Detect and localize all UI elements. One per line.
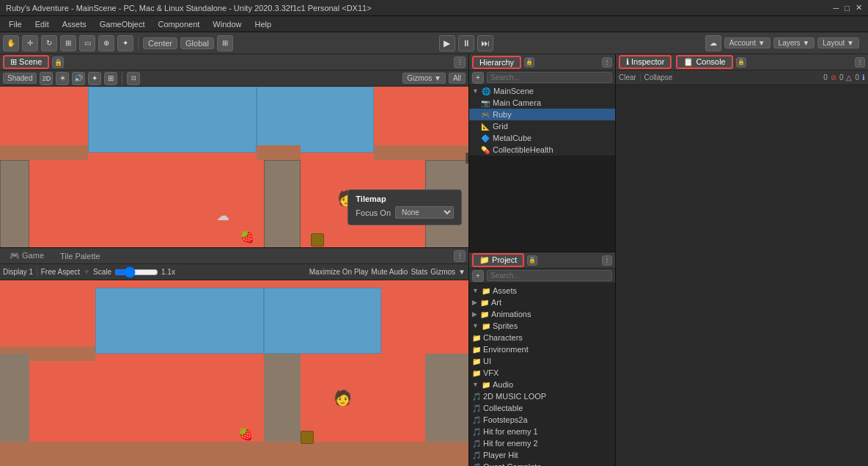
strawberry-sprite: 🍓 (240, 230, 254, 244)
snap-btn[interactable]: ⊡ (127, 72, 140, 85)
global-toggle[interactable]: Global (180, 37, 214, 49)
scene-toolbar: Shaded 2D ☀ 🔊 ✦ ⊞ ⊡ Gizmos ▼ All (0, 70, 468, 87)
scene-icon-h: 🌐 (482, 87, 490, 95)
gizmos-arrow[interactable]: ▼ (458, 268, 466, 276)
collapse-btn[interactable]: Collapse (644, 73, 673, 81)
hierarchy-lock[interactable]: 🔒 (524, 57, 534, 68)
add-btn[interactable]: + (472, 72, 484, 84)
scene-more[interactable]: ⋮ (454, 57, 466, 68)
folder-art[interactable]: ▶ 📁 Art (469, 296, 615, 308)
folder-vfx[interactable]: 📁 VFX (469, 367, 615, 379)
hierarchy-grid[interactable]: 📐 Grid (469, 120, 615, 132)
tab-game[interactable]: 🎮 Game (3, 250, 51, 262)
tab-tile-palette[interactable]: Tile Palette (54, 250, 107, 262)
maximize-btn[interactable]: □ (845, 4, 850, 12)
folder-environment[interactable]: 📁 Environment (469, 343, 615, 355)
clear-btn[interactable]: Clear (619, 73, 636, 81)
stone-2 (264, 160, 301, 247)
tab-project[interactable]: 📁 Project (472, 253, 524, 267)
tab-inspector[interactable]: ℹ Inspector (619, 55, 672, 69)
tab-scene[interactable]: ⊞ Scene (3, 55, 49, 69)
scale-slider[interactable] (114, 269, 158, 276)
tool-transform[interactable]: ⊕ (98, 35, 114, 51)
focus-on-select[interactable]: None (395, 206, 454, 219)
tool-scale[interactable]: ⊞ (60, 35, 76, 51)
layout-btn[interactable]: Layout ▼ (817, 37, 859, 48)
create-btn[interactable]: + (472, 270, 484, 282)
audio-footsteps[interactable]: 🎵 Footsteps2a (469, 414, 615, 426)
game-water-2 (264, 288, 381, 354)
hierarchy-ruby[interactable]: 🎮 Ruby (469, 109, 615, 120)
play-button[interactable]: ▶ (439, 35, 455, 51)
cloud-btn[interactable]: ☁ (705, 35, 721, 51)
assets-root[interactable]: ▼ 📁 Assets (469, 285, 615, 296)
hierarchy-search[interactable] (487, 72, 612, 83)
game-more[interactable]: ⋮ (454, 250, 466, 262)
close-btn[interactable]: ✕ (856, 3, 862, 12)
scene-canvas[interactable]: 🧑 🍓 ☁ OD Main Camera Ruby Tilemap Focus … (0, 87, 468, 247)
menu-file[interactable]: File (3, 18, 28, 30)
game-canvas[interactable]: 🧑 🍓 (0, 280, 468, 466)
audio-player-hit[interactable]: 🎵 Player Hit (469, 449, 615, 461)
grid-vis-btn[interactable]: ⊞ (104, 72, 117, 85)
lights-btn[interactable]: ☀ (56, 72, 69, 85)
tool-rotate[interactable]: ↻ (41, 35, 57, 51)
account-btn[interactable]: Account ▼ (724, 37, 770, 48)
stats-btn[interactable]: Stats (411, 268, 427, 276)
aspect-label[interactable]: Free Aspect (41, 268, 80, 276)
water-tile-1 (88, 87, 257, 153)
folder-ui[interactable]: 📁 UI (469, 355, 615, 367)
inspector-more[interactable]: ⋮ (855, 57, 865, 68)
project-search[interactable] (487, 270, 612, 281)
audio-collectable[interactable]: 🎵 Collectable (469, 402, 615, 414)
inspector-lock[interactable]: 🔒 (736, 57, 746, 68)
tab-console[interactable]: 📋 Console (676, 55, 732, 69)
minimize-btn[interactable]: ─ (834, 4, 839, 12)
menu-window[interactable]: Window (207, 18, 247, 30)
menu-edit[interactable]: Edit (29, 18, 55, 30)
layers-btn[interactable]: Layers ▼ (773, 37, 815, 48)
menu-gameobject[interactable]: GameObject (94, 18, 151, 30)
gizmos-btn[interactable]: Gizmos ▼ (402, 73, 446, 84)
folder-characters[interactable]: 📁 Characters (469, 332, 615, 343)
crate-sprite (311, 233, 324, 247)
tab-hierarchy[interactable]: Hierarchy (472, 56, 521, 69)
hierarchy-metalcube[interactable]: 🔷 MetalCube (469, 132, 615, 144)
tool-rect[interactable]: ▭ (79, 35, 95, 51)
scene-lock[interactable]: 🔒 (52, 57, 64, 68)
audio-scene-btn[interactable]: 🔊 (72, 72, 85, 85)
hierarchy-more[interactable]: ⋮ (602, 57, 612, 68)
mute-btn[interactable]: Mute Audio (371, 268, 408, 276)
audio-hit-enemy-1[interactable]: 🎵 Hit for enemy 1 (469, 426, 615, 437)
all-btn[interactable]: All (449, 73, 466, 84)
grid-btn[interactable]: ⊞ (217, 35, 233, 51)
gizmos-game-btn[interactable]: Gizmos (430, 268, 455, 276)
display-label[interactable]: Display 1 (3, 268, 33, 276)
folder-sprites[interactable]: ▼ 📁 Sprites (469, 320, 615, 332)
2d-btn[interactable]: 2D (40, 72, 53, 85)
error-count: 0 (823, 73, 828, 81)
menu-help[interactable]: Help (249, 18, 277, 30)
audio-music[interactable]: 🎵 2D MUSIC LOOP (469, 390, 615, 402)
hierarchy-main-scene[interactable]: ▼ 🌐 MainScene (469, 85, 615, 97)
hierarchy-collectible[interactable]: 💊 CollectibleHealth (469, 144, 615, 156)
tool-hand[interactable]: ✋ (3, 35, 19, 51)
audio-quest-complete[interactable]: 🎵 Quest Complete (469, 461, 615, 466)
pause-button[interactable]: ⏸ (458, 35, 474, 51)
maximize-play-btn[interactable]: Maximize On Play (309, 268, 369, 276)
project-lock[interactable]: 🔒 (527, 255, 537, 266)
menu-component[interactable]: Component (152, 18, 205, 30)
shaded-btn[interactable]: Shaded (3, 73, 37, 84)
audio-hit-enemy-2[interactable]: 🎵 Hit for enemy 2 (469, 437, 615, 449)
hierarchy-toolbar: + (469, 70, 615, 85)
center-toggle[interactable]: Center (143, 37, 177, 49)
tool-move[interactable]: ✛ (22, 35, 38, 51)
step-button[interactable]: ⏭ (477, 35, 493, 51)
tool-custom[interactable]: ✦ (117, 35, 133, 51)
project-more[interactable]: ⋮ (602, 255, 612, 266)
folder-audio[interactable]: ▼ 📁 Audio (469, 379, 615, 390)
menu-assets[interactable]: Assets (56, 18, 92, 30)
fx-btn[interactable]: ✦ (88, 72, 101, 85)
hierarchy-main-camera[interactable]: 📷 Main Camera (469, 97, 615, 109)
folder-animations[interactable]: ▶ 📁 Animations (469, 308, 615, 320)
